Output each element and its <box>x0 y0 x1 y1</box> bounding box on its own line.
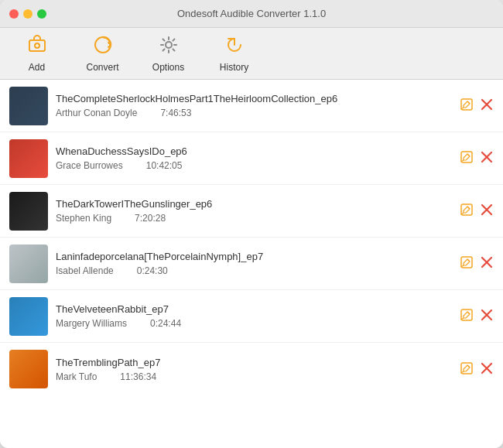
window-title: Ondesoft Audible Converter 1.1.0 <box>177 8 326 19</box>
item-details: Laninfadeporcelana[ThePorcelainNymph]_ep… <box>56 251 452 276</box>
item-author: Isabel Allende <box>56 265 114 276</box>
delete-button[interactable] <box>480 308 494 324</box>
edit-button[interactable] <box>460 308 474 324</box>
toolbar: Add Convert Options <box>0 28 503 80</box>
item-duration: 11:36:34 <box>120 371 156 382</box>
edit-button[interactable] <box>460 203 474 219</box>
item-title: Laninfadeporcelana[ThePorcelainNymph]_ep… <box>56 251 452 262</box>
list-item: TheDarkTowerITheGunslinger_ep6 Stephen K… <box>0 185 503 238</box>
thumb-art <box>9 350 48 388</box>
item-author: Stephen King <box>56 213 111 224</box>
item-actions <box>460 255 494 272</box>
traffic-lights <box>9 9 46 19</box>
item-title: TheCompleteSherlockHolmesPart1TheHeirloo… <box>56 93 452 104</box>
add-toolbar-item[interactable]: Add <box>15 34 58 73</box>
item-duration: 0:24:30 <box>137 265 168 276</box>
item-title: TheDarkTowerITheGunslinger_ep6 <box>56 198 452 210</box>
item-thumbnail <box>9 139 48 178</box>
add-label: Add <box>29 62 45 73</box>
edit-button[interactable] <box>460 255 474 272</box>
item-meta: Margery Williams 0:24:44 <box>56 318 452 329</box>
item-author: Arthur Conan Doyle <box>56 108 137 118</box>
edit-button[interactable] <box>460 97 474 114</box>
item-meta: Grace Burrowes 10:42:05 <box>56 160 452 171</box>
item-actions <box>460 308 494 324</box>
edit-button[interactable] <box>460 361 474 378</box>
item-details: TheCompleteSherlockHolmesPart1TheHeirloo… <box>56 93 452 118</box>
options-label: Options <box>152 62 184 73</box>
list-item: WhenaDuchessSaysIDo_ep6 Grace Burrowes 1… <box>0 132 503 185</box>
main-window: Ondesoft Audible Converter 1.1.0 Add <box>0 0 503 448</box>
item-meta: Isabel Allende 0:24:30 <box>56 265 452 276</box>
item-author: Mark Tufo <box>56 371 97 382</box>
delete-button[interactable] <box>480 97 494 114</box>
thumb-art <box>9 87 48 125</box>
item-title: WhenaDuchessSaysIDo_ep6 <box>56 145 452 157</box>
item-author: Grace Burrowes <box>56 160 123 171</box>
item-meta: Arthur Conan Doyle 7:46:53 <box>56 108 452 118</box>
history-label: History <box>220 62 248 73</box>
list-item: TheVelveteenRabbit_ep7 Margery Williams … <box>0 290 503 343</box>
item-duration: 7:20:28 <box>135 213 166 224</box>
thumb-art <box>9 139 48 178</box>
list-item: TheTremblingPath_ep7 Mark Tufo 11:36:34 <box>0 343 503 395</box>
item-thumbnail <box>9 192 48 231</box>
thumb-art <box>9 297 48 336</box>
history-toolbar-item[interactable]: History <box>213 34 255 73</box>
delete-button[interactable] <box>480 361 494 378</box>
convert-toolbar-item[interactable]: Convert <box>81 34 124 73</box>
list-item: TheCompleteSherlockHolmesPart1TheHeirloo… <box>0 80 503 132</box>
item-meta: Stephen King 7:20:28 <box>56 213 452 224</box>
item-thumbnail <box>9 87 48 125</box>
item-author: Margery Williams <box>56 318 127 329</box>
edit-button[interactable] <box>460 150 474 166</box>
history-icon <box>224 34 245 59</box>
delete-button[interactable] <box>480 255 494 272</box>
svg-point-3 <box>166 42 172 48</box>
item-actions <box>460 203 494 219</box>
item-actions <box>460 97 494 114</box>
item-details: TheTremblingPath_ep7 Mark Tufo 11:36:34 <box>56 357 452 382</box>
item-details: WhenaDuchessSaysIDo_ep6 Grace Burrowes 1… <box>56 145 452 171</box>
options-icon <box>158 34 180 59</box>
item-actions <box>460 361 494 378</box>
item-title: TheVelveteenRabbit_ep7 <box>56 303 452 315</box>
thumb-art <box>9 245 48 283</box>
delete-button[interactable] <box>480 150 494 166</box>
item-title: TheTremblingPath_ep7 <box>56 357 452 368</box>
item-thumbnail <box>9 245 48 283</box>
title-bar: Ondesoft Audible Converter 1.1.0 <box>0 0 503 28</box>
close-button[interactable] <box>9 9 19 19</box>
convert-label: Convert <box>86 62 118 73</box>
item-thumbnail <box>9 350 48 388</box>
add-icon <box>26 34 48 59</box>
delete-button[interactable] <box>480 203 494 219</box>
item-duration: 10:42:05 <box>146 160 183 171</box>
thumb-art <box>9 192 48 231</box>
item-details: TheVelveteenRabbit_ep7 Margery Williams … <box>56 303 452 329</box>
content-list: TheCompleteSherlockHolmesPart1TheHeirloo… <box>0 80 503 448</box>
maximize-button[interactable] <box>37 9 46 19</box>
item-actions <box>460 150 494 166</box>
minimize-button[interactable] <box>23 9 33 19</box>
item-duration: 7:46:53 <box>160 108 191 118</box>
list-item: Laninfadeporcelana[ThePorcelainNymph]_ep… <box>0 238 503 290</box>
item-duration: 0:24:44 <box>150 318 181 329</box>
convert-icon <box>92 34 114 59</box>
item-thumbnail <box>9 297 48 336</box>
options-toolbar-item[interactable]: Options <box>147 34 190 73</box>
item-details: TheDarkTowerITheGunslinger_ep6 Stephen K… <box>56 198 452 224</box>
item-meta: Mark Tufo 11:36:34 <box>56 371 452 382</box>
